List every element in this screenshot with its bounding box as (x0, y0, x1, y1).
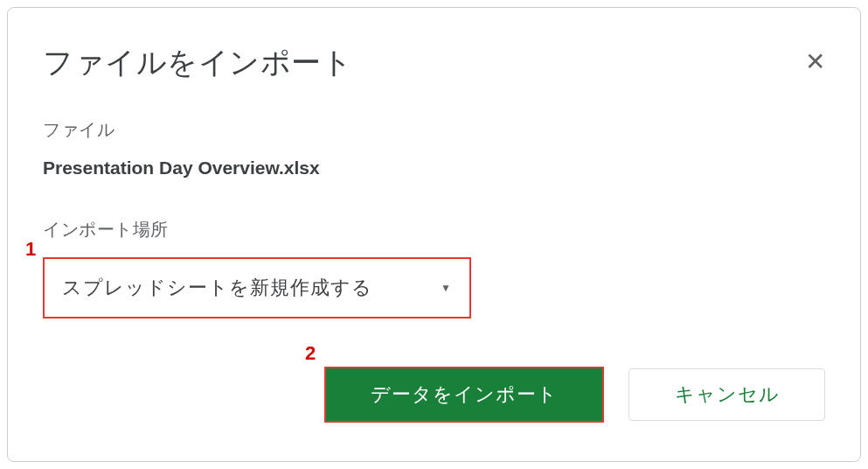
file-name-value: Presentation Day Overview.xlsx (43, 158, 825, 178)
import-location-label: インポート場所 (43, 218, 825, 242)
dialog-header: ファイルをインポート ✕ (43, 43, 825, 83)
annotation-marker-2: 2 (305, 342, 316, 365)
import-button-wrapper: 2 データをインポート (324, 367, 604, 423)
dialog-title: ファイルをインポート (43, 43, 352, 83)
import-file-dialog: ファイルをインポート ✕ ファイル Presentation Day Overv… (7, 7, 861, 462)
dropdown-wrapper: 1 スプレッドシートを新規作成する ▼ (43, 257, 825, 318)
chevron-down-icon: ▼ (441, 282, 452, 294)
close-icon[interactable]: ✕ (805, 50, 825, 74)
annotation-marker-1: 1 (25, 238, 36, 261)
cancel-button-label: キャンセル (675, 382, 780, 408)
import-button-label: データをインポート (371, 382, 558, 408)
dropdown-selected-text: スプレッドシートを新規作成する (62, 275, 434, 301)
import-data-button[interactable]: データをインポート (324, 367, 604, 423)
dialog-button-row: 2 データをインポート キャンセル (43, 367, 825, 423)
file-field-label: ファイル (43, 118, 825, 142)
import-location-dropdown[interactable]: スプレッドシートを新規作成する ▼ (43, 257, 471, 318)
cancel-button[interactable]: キャンセル (628, 368, 825, 421)
